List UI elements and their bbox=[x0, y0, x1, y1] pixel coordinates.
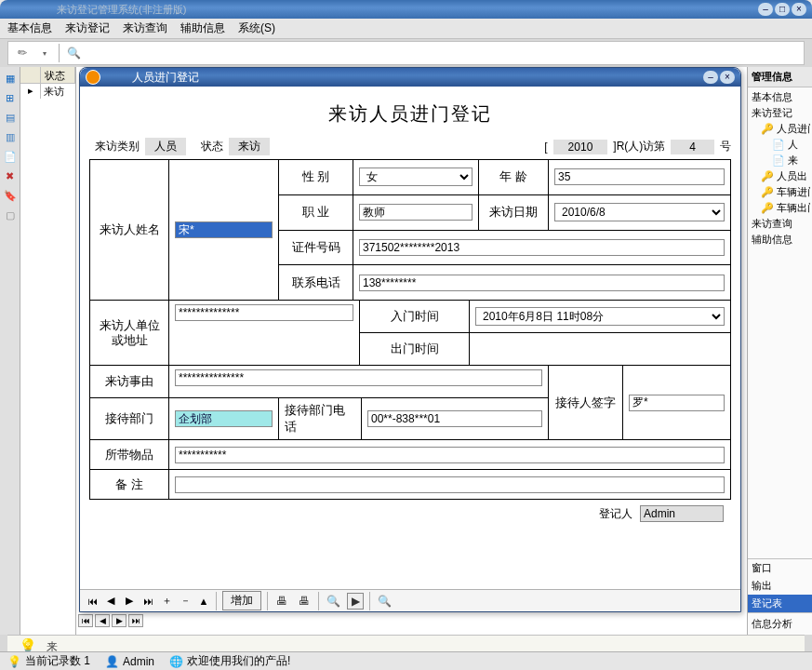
main-toolbar: ✎ ▾ 🔍 bbox=[7, 41, 805, 65]
maximize-button[interactable]: □ bbox=[775, 3, 790, 16]
enter-time-label: 入门时间 bbox=[360, 301, 470, 332]
phone-field[interactable] bbox=[359, 275, 725, 291]
tree-person-sub1[interactable]: 📄 人 bbox=[750, 137, 810, 153]
nav-last-button[interactable]: ⏭ bbox=[141, 595, 154, 608]
id-no-field[interactable] bbox=[359, 239, 725, 256]
visit-type-value: 人员 bbox=[145, 138, 186, 155]
company-field[interactable] bbox=[175, 304, 353, 321]
status-value: 来访 bbox=[229, 138, 270, 155]
mid-window[interactable]: 窗口 bbox=[748, 559, 812, 577]
visit-date-field[interactable]: 2010/6/8 bbox=[554, 203, 725, 221]
dialog-title: 人员进门登记 bbox=[132, 70, 703, 86]
registrar-field[interactable] bbox=[640, 505, 724, 522]
status-records: 当前记录数 1 bbox=[25, 653, 90, 669]
edit-icon[interactable]: ✎ bbox=[10, 41, 33, 64]
tree-basic-info[interactable]: 基本信息 bbox=[750, 89, 810, 105]
enter-time-field[interactable]: 2010年6月8日 11时08分 bbox=[475, 307, 725, 326]
toolbar-divider-3 bbox=[267, 592, 268, 610]
table-row[interactable]: ▸ 来访 bbox=[20, 84, 75, 99]
bulb-small-icon: 💡 bbox=[7, 655, 21, 668]
dialog-toolbar: ⏮ ◀ ▶ ⏭ ＋ － ▲ 增加 🖶 🖶 🔍 ▶ 🔍 bbox=[80, 589, 740, 611]
tree-visit-query[interactable]: 来访查询 bbox=[750, 216, 810, 232]
dialog-heading: 来访人员进门登记 bbox=[89, 101, 731, 127]
tree-car-exit[interactable]: 🔑 车辆出门 bbox=[750, 200, 810, 216]
mid-register-table[interactable]: 登记表 bbox=[748, 595, 812, 612]
gender-select[interactable]: 女 bbox=[359, 168, 473, 186]
seq-prefix: ]R(人)访第 bbox=[613, 139, 665, 154]
nav-del-button[interactable]: － bbox=[179, 595, 192, 608]
minimize-button[interactable]: – bbox=[758, 3, 773, 16]
add-button[interactable]: 增加 bbox=[222, 591, 261, 610]
toolbar-divider-5 bbox=[369, 592, 370, 610]
print-icon[interactable]: 🖶 bbox=[273, 593, 290, 610]
dept-field[interactable] bbox=[175, 410, 273, 427]
dialog-icon bbox=[86, 70, 100, 85]
tool-layout-icon[interactable]: ▦ bbox=[2, 70, 19, 87]
year-value: 2010 bbox=[553, 140, 608, 154]
dialog-close-button[interactable]: × bbox=[720, 71, 735, 84]
right-panel-footer[interactable]: 信息分析 bbox=[748, 612, 812, 635]
nav-next-button[interactable]: ▶ bbox=[123, 595, 136, 608]
tool-list-icon[interactable]: ▤ bbox=[2, 109, 19, 126]
occupation-field[interactable] bbox=[359, 204, 473, 221]
nav-next-icon[interactable]: ▶ bbox=[112, 614, 126, 627]
tree-aux-info[interactable]: 辅助信息 bbox=[750, 232, 810, 248]
zoom-icon[interactable]: 🔍 bbox=[325, 593, 341, 610]
status-label: 状态 bbox=[201, 139, 223, 154]
nav-first-button[interactable]: ⏮ bbox=[86, 595, 99, 608]
age-field[interactable] bbox=[554, 168, 725, 185]
register-dialog: 人员进门登记 – × 来访人员进门登记 来访类别 人员 状态 来访 [ 2010… bbox=[79, 67, 741, 612]
tree-person-sub2[interactable]: 📄 来 bbox=[750, 153, 810, 168]
tree-car-enter[interactable]: 🔑 车辆进门 bbox=[750, 184, 810, 200]
visit-type-label: 来访类别 bbox=[95, 139, 140, 154]
tool-tree-icon[interactable]: ⊞ bbox=[2, 89, 19, 106]
nav-add-button[interactable]: ＋ bbox=[160, 595, 173, 608]
menu-visit-query[interactable]: 来访查询 bbox=[123, 20, 167, 36]
seq-num-value: 4 bbox=[671, 140, 714, 154]
nav-first-icon[interactable]: ⏮ bbox=[78, 614, 93, 627]
tree-person-exit[interactable]: 🔑 人员出 bbox=[750, 168, 810, 184]
tool-close-icon[interactable]: ✖ bbox=[2, 168, 19, 184]
phone-label: 联系电话 bbox=[279, 265, 353, 300]
tree-visit-register[interactable]: 来访登记 bbox=[750, 105, 810, 121]
search-icon[interactable]: 🔍 bbox=[65, 45, 82, 61]
dialog-titlebar: 人员进门登记 – × bbox=[80, 68, 740, 87]
nav-prev-button[interactable]: ◀ bbox=[104, 595, 117, 608]
nav-prev-icon[interactable]: ◀ bbox=[95, 614, 110, 627]
main-titlebar: 来访登记管理系统(非注册版) – □ × bbox=[0, 0, 812, 19]
toolbar-divider-2 bbox=[216, 592, 217, 610]
dept-label: 接待部门 bbox=[90, 398, 169, 439]
receiver-sign-field[interactable] bbox=[629, 395, 725, 411]
grid-cell-status: 来访 bbox=[41, 84, 67, 99]
items-field[interactable] bbox=[175, 447, 725, 463]
menu-visit-register[interactable]: 来访登记 bbox=[65, 20, 110, 36]
play-icon[interactable]: ▶ bbox=[347, 593, 364, 610]
nav-edit-button[interactable]: ▲ bbox=[197, 595, 210, 608]
company-label: 来访人单位或地址 bbox=[90, 301, 169, 365]
dept-phone-field[interactable] bbox=[367, 410, 542, 427]
form-grid: 来访人姓名 性 别 女 年 龄 bbox=[89, 159, 731, 500]
remark-field[interactable] bbox=[175, 476, 725, 493]
visitor-name-field[interactable] bbox=[175, 221, 273, 238]
tree-person-enter[interactable]: 🔑 人员进门 bbox=[750, 121, 810, 137]
menu-system[interactable]: 系统(S) bbox=[238, 20, 275, 36]
exit-time-cell bbox=[470, 333, 730, 365]
tool-doc-icon[interactable]: ▥ bbox=[2, 128, 19, 145]
id-no-label: 证件号码 bbox=[279, 231, 353, 265]
dialog-minimize-button[interactable]: – bbox=[703, 71, 718, 84]
dropdown-icon[interactable]: ▾ bbox=[36, 45, 53, 61]
zoom2-icon[interactable]: 🔍 bbox=[376, 593, 393, 610]
grid-header-status[interactable]: 状态 bbox=[41, 67, 75, 83]
close-button[interactable]: × bbox=[792, 3, 806, 16]
tool-page-icon[interactable]: 📄 bbox=[2, 148, 19, 165]
age-label: 年 龄 bbox=[479, 160, 549, 194]
print-preview-icon[interactable]: 🖶 bbox=[296, 593, 313, 610]
tool-bookmark-icon[interactable]: 🔖 bbox=[2, 187, 19, 204]
main-window-title: 来访登记管理系统(非注册版) bbox=[57, 3, 758, 17]
reason-field[interactable] bbox=[175, 369, 542, 386]
tool-window-icon[interactable]: ▢ bbox=[2, 207, 19, 223]
mid-output[interactable]: 输出 bbox=[748, 577, 812, 595]
nav-last-icon[interactable]: ⏭ bbox=[128, 614, 143, 627]
menu-basic-info[interactable]: 基本信息 bbox=[7, 20, 52, 36]
menu-aux-info[interactable]: 辅助信息 bbox=[180, 20, 225, 36]
